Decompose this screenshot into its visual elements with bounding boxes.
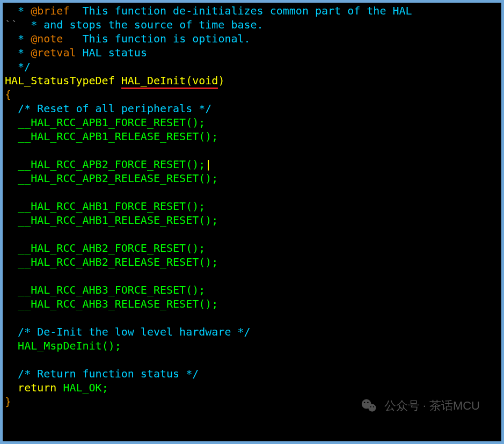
comment-reset-peripherals: /* Reset of all peripherals */ <box>18 102 211 115</box>
fn-paren-open: ( <box>186 74 192 89</box>
text-cursor: | <box>205 158 211 171</box>
call-mspdeinit: HAL_MspDeInit(); <box>18 339 121 352</box>
macro-ahb2-release: __HAL_RCC_AHB2_RELEASE_RESET(); <box>18 256 218 268</box>
code-area[interactable]: * @brief This function de-initializes co… <box>3 3 501 441</box>
brace-close: } <box>5 395 11 408</box>
comment-deinit-hw: /* De-Init the low level hardware */ <box>18 325 250 338</box>
macro-apb1-force: __HAL_RCC_APB1_FORCE_RESET(); <box>18 116 205 129</box>
macro-apb2-force: __HAL_RCC_APB2_FORCE_RESET(); <box>18 158 205 171</box>
macro-ahb1-release: __HAL_RCC_AHB1_RELEASE_RESET(); <box>18 214 218 227</box>
watermark: 公众号 · 茶话MCU <box>361 397 480 414</box>
doc-line-3: * @note This function is optional. <box>5 32 251 45</box>
return-keyword: return <box>18 381 56 394</box>
macro-apb1-release: __HAL_RCC_APB1_RELEASE_RESET(); <box>18 130 218 143</box>
fn-return-type: HAL_StatusTypeDef <box>5 74 115 87</box>
fn-paren-close: ) <box>218 74 224 87</box>
backtick-marks: `` <box>5 18 18 31</box>
macro-ahb2-force: __HAL_RCC_AHB2_FORCE_RESET(); <box>18 242 205 254</box>
svg-point-3 <box>367 402 369 403</box>
svg-point-4 <box>370 406 371 407</box>
doc-line-1: * @brief This function de-initializes co… <box>5 4 412 17</box>
svg-point-2 <box>363 402 365 403</box>
doc-line-4: * @retval HAL status <box>5 46 147 59</box>
macro-apb2-release: __HAL_RCC_APB2_RELEASE_RESET(); <box>18 172 218 185</box>
fn-param: void <box>192 74 218 89</box>
doc-line-5: */ <box>5 60 31 73</box>
code-text: * @brief This function de-initializes co… <box>3 3 501 409</box>
doc-line-2: * and stops the source of time base. <box>18 18 264 31</box>
brace-open: { <box>5 88 11 101</box>
wechat-icon <box>361 397 378 414</box>
watermark-text: 公众号 · 茶话MCU <box>384 399 480 413</box>
return-semicolon: ; <box>102 381 108 394</box>
svg-point-1 <box>368 404 376 411</box>
macro-ahb3-force: __HAL_RCC_AHB3_FORCE_RESET(); <box>18 283 205 296</box>
fn-name: HAL_DeInit <box>121 74 186 89</box>
return-value: HAL_OK <box>63 381 101 394</box>
comment-return-status: /* Return function status */ <box>18 367 199 380</box>
svg-point-5 <box>372 406 374 407</box>
macro-ahb3-release: __HAL_RCC_AHB3_RELEASE_RESET(); <box>18 297 218 310</box>
code-editor: * @brief This function de-initializes co… <box>0 0 504 444</box>
macro-ahb1-force: __HAL_RCC_AHB1_FORCE_RESET(); <box>18 200 205 213</box>
